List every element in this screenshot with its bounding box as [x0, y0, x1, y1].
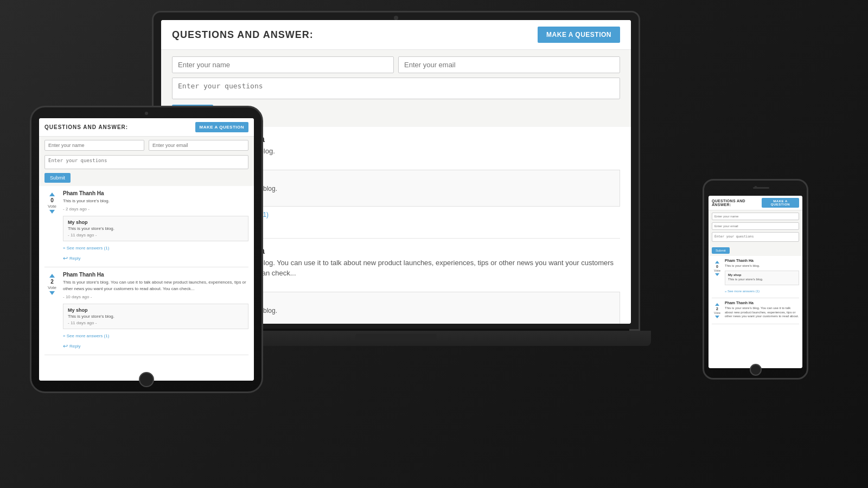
laptop-answer-text-2: This is your store's blog.: [207, 307, 612, 314]
tablet-qa-text-2: This is your store's blog. You can use i…: [63, 279, 248, 292]
tablet-vote-label-2: Vote: [48, 285, 56, 290]
laptop-answer-date-2: - 11 days ago -: [207, 316, 612, 323]
phone-home-button[interactable]: [750, 364, 762, 376]
tablet-reply-arrow-1: ↩: [63, 255, 68, 262]
tablet-vote-up-2[interactable]: [49, 274, 55, 278]
tablet-qa-body-2: Pham Thanh Ha This is your store's blog.…: [63, 272, 248, 350]
tablet-name-input[interactable]: [44, 140, 144, 151]
phone-qa-item-2: 2 Vote Pham Thanh Ha This is your store'…: [712, 298, 799, 324]
phone-vote-up-1[interactable]: [715, 261, 719, 264]
tablet-answer-author-1: My shop: [68, 220, 244, 225]
laptop-form-row-1: [172, 56, 620, 73]
tablet-answer-date-1: - 11 days ago -: [68, 233, 244, 237]
tablet-vote-down-2[interactable]: [49, 291, 55, 295]
tablet-email-input[interactable]: [149, 140, 248, 151]
tablet-qa-author-2: Pham Thanh Ha: [63, 272, 248, 278]
phone-see-more-1[interactable]: » See more answers (1): [725, 290, 799, 293]
tablet-qa-list: 0 Vote Pham Thanh Ha This is your store'…: [39, 186, 254, 381]
laptop-email-input[interactable]: [398, 56, 620, 73]
tablet-qa-date-1: - 2 days ago -: [63, 207, 248, 211]
tablet-vote-col-1: 0 Vote: [44, 190, 60, 262]
laptop-qa-title: QUESTIONS AND ANSWER:: [172, 29, 314, 41]
laptop-question-textarea[interactable]: [172, 78, 620, 99]
phone-form-row-name: [712, 213, 799, 220]
tablet-qa-item-1: 0 Vote Pham Thanh Ha This is your store'…: [44, 186, 248, 267]
phone-vote-down-1[interactable]: [715, 273, 719, 276]
tablet-answer-box-1: My shop This is your store's blog. - 11 …: [63, 216, 248, 241]
tablet-device: QUESTIONS AND ANSWER: MAKE A QUESTION Su…: [30, 106, 263, 393]
tablet-see-more-2[interactable]: » See more answers (1): [63, 333, 248, 338]
tablet-qa-header: QUESTIONS AND ANSWER: MAKE A QUESTION: [39, 118, 254, 137]
tablet-qa-date-2: - 10 days ago -: [63, 294, 248, 299]
tablet-answer-date-2: - 11 days ago -: [68, 320, 244, 325]
laptop-answer-date-1: - 11 days ago -: [207, 194, 612, 201]
phone-qa-body-2: Pham Thanh Ha This is your store's blog.…: [725, 301, 799, 321]
phone-qa-title: QUESTIONS AND ANSWER:: [712, 199, 762, 207]
laptop-answer-author-2: My shop: [207, 298, 612, 306]
phone-answer-text-1: This is your store's blog.: [728, 278, 796, 281]
phone-screen: QUESTIONS AND ANSWER: MAKE A QUESTION Su…: [709, 196, 802, 368]
phone-qa-header: QUESTIONS AND ANSWER: MAKE A QUESTION: [709, 196, 802, 210]
tablet-vote-col-2: 2 Vote: [44, 272, 60, 350]
tablet-answer-text-2: This is your store's blog.: [68, 314, 244, 319]
tablet-question-textarea[interactable]: [44, 155, 248, 169]
tablet-reply-label-2: Reply: [69, 344, 80, 349]
phone-qa-item-1: 0 Vote Pham Thanh Ha This is your store'…: [712, 256, 799, 298]
phone-answer-author-1: My shop: [728, 273, 796, 277]
phone-qa-body-1: Pham Thanh Ha This is your store's blog.…: [725, 259, 799, 295]
laptop-answer-text-1: This is your store's blog.: [207, 185, 612, 192]
phone-qa-author-1: Pham Thanh Ha: [725, 259, 799, 262]
phone-qa-list: 0 Vote Pham Thanh Ha This is your store'…: [709, 256, 802, 368]
phone-qa-text-2: This is your store's blog. You can use i…: [725, 306, 799, 319]
phone-vote-count-2: 2: [716, 307, 718, 311]
tablet-reply-arrow-2: ↩: [63, 343, 68, 350]
tablet-vote-count-2: 2: [50, 279, 54, 285]
phone-qa-form: Submit: [709, 210, 802, 256]
phone-vote-count-1: 0: [716, 265, 718, 269]
tablet-vote-up-1[interactable]: [49, 192, 55, 196]
tablet-vote-label-1: Vote: [48, 204, 56, 209]
phone-answer-box-1: My shop This is your store's blog.: [725, 271, 799, 285]
laptop-camera: [394, 16, 398, 20]
tablet-vote-down-1[interactable]: [49, 210, 55, 214]
tablet-qa-text-1: This is your store's blog.: [63, 198, 248, 204]
tablet-reply-link-1[interactable]: ↩ Reply: [63, 255, 80, 262]
tablet-camera: [145, 112, 148, 115]
laptop-trackpad: [355, 334, 437, 341]
tablet-qa-title: QUESTIONS AND ANSWER:: [44, 124, 128, 130]
tablet-qa-form: Submit: [39, 137, 254, 186]
tablet-form-row-1: [44, 140, 248, 151]
phone-vote-down-2[interactable]: [715, 316, 719, 318]
tablet-answer-box-2: My shop This is your store's blog. - 11 …: [63, 304, 248, 329]
tablet-vote-count-1: 0: [50, 197, 54, 204]
phone-question-textarea[interactable]: [712, 232, 799, 242]
tablet-qa-content: QUESTIONS AND ANSWER: MAKE A QUESTION Su…: [39, 118, 254, 381]
phone-vote-label-2: Vote: [714, 311, 720, 314]
phone-submit-button[interactable]: Submit: [712, 247, 730, 254]
phone-vote-col-1: 0 Vote: [712, 259, 723, 295]
phone-email-input[interactable]: [712, 222, 799, 230]
tablet-make-question-button[interactable]: MAKE A QUESTION: [195, 122, 248, 132]
phone-make-question-button[interactable]: MAKE A QUESTION: [762, 198, 799, 208]
laptop-make-question-button[interactable]: MAKE A QUESTION: [538, 27, 620, 43]
phone-qa-text-1: This is your store's blog.: [725, 264, 799, 268]
phone-device: QUESTIONS AND ANSWER: MAKE A QUESTION Su…: [703, 179, 808, 380]
phone-qa-author-2: Pham Thanh Ha: [725, 301, 799, 305]
phone-name-input[interactable]: [712, 213, 799, 220]
phone-vote-label-1: Vote: [714, 269, 720, 272]
tablet-qa-author-1: Pham Thanh Ha: [63, 190, 248, 196]
tablet-qa-body-1: Pham Thanh Ha This is your store's blog.…: [63, 190, 248, 262]
phone-qa-content: QUESTIONS AND ANSWER: MAKE A QUESTION Su…: [709, 196, 802, 368]
laptop-answer-author-1: My shop: [207, 176, 612, 184]
laptop-qa-header: QUESTIONS AND ANSWER: MAKE A QUESTION: [161, 20, 631, 50]
tablet-answer-text-1: This is your store's blog.: [68, 226, 244, 231]
tablet-reply-label-1: Reply: [69, 256, 80, 261]
tablet-submit-button[interactable]: Submit: [44, 173, 71, 183]
tablet-qa-item-2: 2 Vote Pham Thanh Ha This is your store'…: [44, 267, 248, 355]
tablet-home-button[interactable]: [139, 372, 154, 387]
tablet-reply-link-2[interactable]: ↩ Reply: [63, 343, 80, 350]
phone-speaker: [753, 187, 769, 189]
phone-vote-up-2[interactable]: [715, 303, 719, 306]
tablet-see-more-1[interactable]: » See more answers (1): [63, 246, 248, 251]
laptop-name-input[interactable]: [172, 56, 394, 73]
